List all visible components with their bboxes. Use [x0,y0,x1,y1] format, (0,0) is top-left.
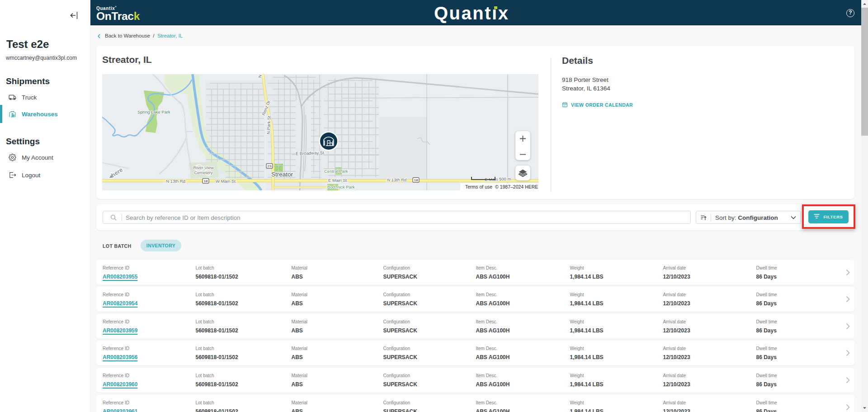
svg-text:Terms of use: Terms of use [465,184,492,189]
svg-text:N 13th Rd.: N 13th Rd. [166,179,186,184]
svg-text:River View: River View [193,165,213,170]
svg-text:Streator: Streator [271,171,293,178]
svg-text:Central Park: Central Park [324,169,348,174]
svg-text:W Main St.: W Main St. [216,179,236,184]
svg-text:Cemetery: Cemetery [194,170,212,175]
svg-text:© 1987–2024 HERE: © 1987–2024 HERE [495,184,538,189]
svg-text:500 m: 500 m [499,176,511,181]
svg-text:23: 23 [268,164,272,168]
svg-text:N Park St.: N Park St. [266,114,272,134]
svg-text:Bodznick Park: Bodznick Park [327,185,355,189]
svg-text:18: 18 [414,178,418,182]
svg-text:E Main St.: E Main St. [328,178,348,183]
svg-text:Spring Lake Park: Spring Lake Park [137,109,170,114]
svg-text:E Broadway St.: E Broadway St. [296,150,326,156]
svg-text:N 13th Rd.: N 13th Rd. [387,177,407,182]
svg-text:18: 18 [204,179,208,183]
svg-text:N: N [257,74,263,78]
